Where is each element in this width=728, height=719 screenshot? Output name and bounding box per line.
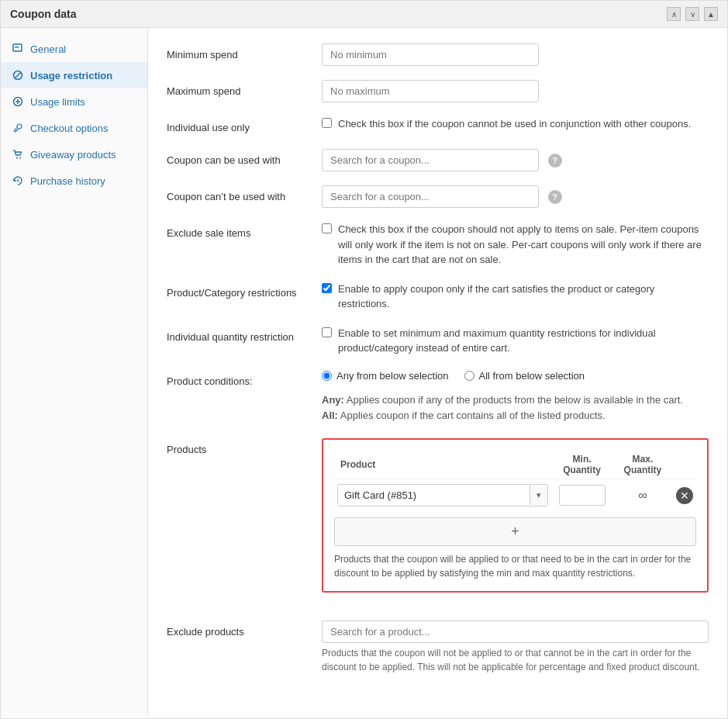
svg-line-3 (15, 72, 21, 78)
product-select-chevron-icon: ▾ (530, 486, 547, 505)
any-bold: Any: (322, 394, 344, 406)
product-select-cell: Gift Card (#851) ▾ (334, 479, 551, 512)
remove-cell: ✕ (673, 479, 696, 512)
history-icon (12, 175, 24, 187)
all-text: Applies coupon if the cart contains all … (338, 410, 606, 421)
sidebar-item-usage-restriction-label: Usage restriction (30, 70, 112, 81)
min-qty-col-header: Min. Quantity (551, 451, 612, 479)
exclude-sale-items-text: Check this box if the coupon should not … (338, 222, 709, 268)
individual-quantity-restriction-checkbox[interactable] (322, 327, 332, 337)
action-col-header (673, 451, 696, 479)
radio-any-row: Any from below selection (322, 370, 449, 382)
exclude-sale-items-field: Check this box if the coupon should not … (322, 222, 709, 268)
product-category-restrictions-checkbox[interactable] (322, 283, 332, 293)
remove-product-button[interactable]: ✕ (676, 487, 693, 504)
radio-all-label: All from below selection (479, 370, 585, 382)
individual-quantity-restriction-text: Enable to set minimum and maximum quanti… (338, 326, 709, 356)
add-product-button[interactable]: + (334, 517, 696, 546)
products-note: Products that the coupon will be applied… (334, 552, 696, 580)
product-category-restrictions-row: Product/Category restrictions Enable to … (167, 282, 709, 312)
coupon-can-be-used-label: Coupon can be used with (167, 149, 322, 168)
product-select[interactable]: Gift Card (#851) (338, 485, 530, 506)
individual-use-field: Check this box if the coupon cannot be u… (322, 116, 709, 132)
product-col-header: Product (334, 451, 551, 479)
individual-quantity-restriction-row: Individual quantity restriction Enable t… (167, 326, 709, 356)
titlebar-controls: ∧ ∨ ▲ (667, 7, 718, 21)
cart-icon (12, 148, 24, 161)
individual-use-label: Individual use only (167, 116, 322, 135)
product-category-restrictions-field: Enable to apply coupon only if the cart … (322, 282, 709, 312)
infinity-symbol: ∞ (638, 489, 647, 502)
product-category-restrictions-text: Enable to apply coupon only if the cart … (338, 282, 709, 312)
sidebar-item-usage-limits-label: Usage limits (30, 96, 85, 108)
sidebar-item-checkout-options[interactable]: Checkout options (1, 115, 147, 141)
sidebar-item-purchase-history-label: Purchase history (30, 175, 105, 187)
product-category-restrictions-checkbox-row: Enable to apply coupon only if the cart … (322, 282, 709, 312)
ban-icon (12, 69, 24, 81)
sidebar-item-usage-restriction[interactable]: Usage restriction (1, 62, 147, 88)
coupon-cant-be-used-input[interactable] (322, 185, 539, 208)
svg-rect-1 (15, 47, 19, 48)
products-label: Products (167, 438, 322, 457)
exclude-products-row: Exclude products Products that the coupo… (167, 620, 709, 674)
sidebar-item-giveaway-products-label: Giveaway products (30, 149, 116, 161)
svg-point-8 (19, 157, 21, 159)
coupon-can-be-used-field: ? (322, 149, 709, 171)
individual-use-checkbox[interactable] (322, 118, 332, 128)
any-text: Applies coupon if any of the products fr… (344, 394, 683, 406)
sidebar-item-giveaway-products[interactable]: Giveaway products (1, 141, 147, 168)
sidebar-item-checkout-options-label: Checkout options (30, 123, 108, 134)
individual-quantity-restriction-label: Individual quantity restriction (167, 326, 322, 344)
product-category-restrictions-label: Product/Category restrictions (167, 282, 322, 300)
sidebar-item-purchase-history[interactable]: Purchase history (1, 168, 147, 194)
window-title: Coupon data (10, 8, 77, 20)
content-area: Minimum spend Maximum spend Individual u… (148, 28, 727, 716)
sidebar-item-usage-limits[interactable]: Usage limits (1, 88, 147, 115)
coupon-cant-be-used-field: ? (322, 185, 709, 208)
product-select-wrapper: Gift Card (#851) ▾ (337, 484, 548, 506)
products-table: Product Min. Quantity Max. Quantity (334, 451, 696, 511)
individual-use-row: Individual use only Check this box if th… (167, 116, 709, 135)
exclude-sale-items-row: Exclude sale items Check this box if the… (167, 222, 709, 268)
radio-any-from-below[interactable] (322, 371, 332, 381)
sidebar-item-general[interactable]: General (1, 36, 147, 62)
svg-point-7 (16, 157, 18, 159)
coupon-cant-be-used-help-icon[interactable]: ? (548, 190, 562, 204)
coupon-cant-be-used-row: Coupon can’t be used with ? (167, 185, 709, 208)
radio-all-from-below[interactable] (464, 371, 474, 381)
tag-icon (12, 43, 24, 55)
main-layout: General Usage restriction (1, 28, 727, 716)
exclude-products-input[interactable] (322, 620, 709, 643)
maximum-spend-input[interactable] (322, 80, 539, 102)
coupon-can-be-used-input[interactable] (322, 149, 539, 171)
coupon-can-be-used-help-icon[interactable]: ? (548, 154, 562, 168)
individual-use-checkbox-row: Check this box if the coupon cannot be u… (322, 116, 709, 132)
maximum-spend-field (322, 80, 709, 102)
coupon-can-be-used-row: Coupon can be used with ? (167, 149, 709, 171)
exclude-sale-items-checkbox[interactable] (322, 223, 332, 233)
coupon-cant-be-used-label: Coupon can’t be used with (167, 185, 322, 204)
min-qty-input[interactable] (559, 485, 606, 506)
expand-button[interactable]: ∨ (685, 7, 699, 21)
collapse-button[interactable]: ∧ (667, 7, 681, 21)
individual-quantity-restriction-field: Enable to set minimum and maximum quanti… (322, 326, 709, 356)
maximum-spend-label: Maximum spend (167, 80, 322, 99)
all-bold: All: (322, 410, 338, 421)
product-conditions-label: Product conditions: (167, 370, 322, 389)
exclude-products-field: Products that the coupon will not be app… (322, 620, 709, 674)
minimum-spend-row: Minimum spend (167, 43, 709, 66)
product-conditions-field: Any from below selection All from below … (322, 370, 709, 425)
minimum-spend-input[interactable] (322, 43, 539, 66)
product-conditions-row: Product conditions: Any from below selec… (167, 370, 709, 425)
max-qty-col-header: Max. Quantity (612, 451, 673, 479)
fullscreen-button[interactable]: ▲ (704, 7, 718, 21)
products-field: Product Min. Quantity Max. Quantity (322, 438, 709, 607)
sidebar: General Usage restriction (1, 28, 148, 716)
radio-all-row: All from below selection (464, 370, 585, 382)
exclude-sale-items-checkbox-row: Check this box if the coupon should not … (322, 222, 709, 268)
max-qty-cell: ∞ (612, 479, 673, 512)
exclude-products-note: Products that the coupon will not be app… (322, 646, 709, 674)
exclude-products-label: Exclude products (167, 620, 322, 639)
individual-quantity-restriction-checkbox-row: Enable to set minimum and maximum quanti… (322, 326, 709, 356)
min-qty-cell (551, 479, 612, 512)
